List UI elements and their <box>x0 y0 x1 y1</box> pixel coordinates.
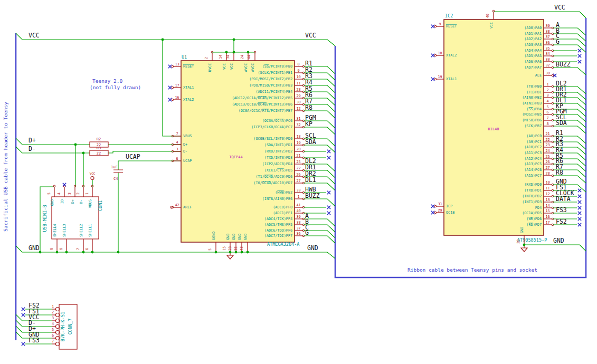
pin-number: 2 <box>76 193 80 195</box>
pin-number: 8 <box>546 122 548 126</box>
pin-name: (ADC7/TDI)PF7 <box>264 234 292 238</box>
pin-name: VBUS <box>183 134 192 138</box>
pin-number: 34 <box>545 52 549 56</box>
pin-name: (A13)PC5 <box>524 162 542 166</box>
pin-name: (OC0B/SCL/INT0)PD0 <box>253 137 292 141</box>
pin-number: 8 <box>297 62 299 66</box>
pin-number: 39 <box>296 215 300 219</box>
junction-dot <box>225 51 228 54</box>
pin-number: 7 <box>52 339 54 343</box>
junction-dot <box>233 51 235 54</box>
pin-number: 1 <box>52 304 54 309</box>
pin-number: 24 <box>545 149 549 153</box>
pin-number: 5 <box>208 248 212 251</box>
pin-name: (SCLK/PCINT1)PB1 <box>258 71 292 75</box>
left-note: Sacrificial USB cable from header to Tee… <box>3 102 8 232</box>
pin-number: 34 <box>226 55 230 59</box>
gnd-rail-wire <box>16 246 335 258</box>
pin-name: (ADC0)PF0 <box>273 205 292 209</box>
pin-number: 43 <box>240 246 244 251</box>
no-connect-x-icon <box>327 156 330 159</box>
pin-name: VCC <box>222 63 226 70</box>
pin-name: (AD4)PA4 <box>524 49 542 53</box>
junction-dot <box>117 251 120 254</box>
pin-end <box>552 74 554 76</box>
junction-dot <box>235 251 238 254</box>
junction-dot <box>241 251 243 254</box>
pin-name: (ADC13/OC1B/OC4B/PCINT13)PB6 <box>232 102 292 107</box>
pin-number: 33 <box>296 188 300 193</box>
no-connect-x-icon <box>578 189 581 192</box>
ribbon-note: Ribbon cable between Teensy pins and soc… <box>408 267 537 273</box>
pin-number: 6 <box>546 110 548 114</box>
pin-number: 4 <box>176 140 178 145</box>
pin-name: GND <box>243 234 248 240</box>
junction-dot <box>233 39 235 41</box>
pin-name: (ADC1)PF1 <box>273 211 292 215</box>
pin-number: 22 <box>296 166 300 170</box>
pin-name: XTAL1 <box>446 77 457 81</box>
pin-number: 7 <box>176 132 178 136</box>
pin-name: (INT0)PD2 <box>522 194 542 198</box>
pin-number: 3 <box>68 193 72 195</box>
capacitor-c4: 1uF C4 <box>111 165 123 181</box>
pin-number: 40 <box>296 209 300 213</box>
conn7-ref: CONN_7 <box>68 319 73 335</box>
vcc-circle-icon <box>91 177 94 180</box>
ucap-wire <box>118 161 181 252</box>
pin-number: 7 <box>546 116 548 120</box>
pin-number: 21 <box>545 132 549 136</box>
net-label-ic2-gnd: GND <box>553 237 564 244</box>
pin-number: 15 <box>222 246 226 251</box>
pin-number: 13 <box>545 198 549 202</box>
no-connect-x-icon <box>578 49 581 52</box>
pin-name: (ICP3/CLK0/OC4A)PC7 <box>251 125 292 129</box>
net-label: KP <box>305 120 312 128</box>
net-label: R8 <box>556 169 563 176</box>
pin-name: (TXD)PD1 <box>524 188 542 193</box>
pin-name: (SCK)PB7 <box>524 124 542 128</box>
con1-value: USB-MINI-B <box>42 205 48 232</box>
pin-name: (XCK1/CTS)PD5 <box>264 168 292 173</box>
pin-name: AVCC <box>244 63 248 72</box>
pin-name: AVCC <box>251 63 255 72</box>
pin-name: (OC0A/OC1C/RTS/PCINT7)PB7 <box>239 109 292 113</box>
pin-number: 29 <box>438 208 442 213</box>
r3-ref: R3 <box>97 146 101 150</box>
junction-dot <box>247 51 250 54</box>
pin-name: SHELL2 <box>79 224 83 237</box>
pin-number: 3 <box>52 316 54 320</box>
pin-name: UVCC <box>208 63 212 72</box>
r2-ref: R2 <box>97 137 101 141</box>
pin-name: GND <box>238 234 242 240</box>
no-connect-x-icon <box>578 195 581 198</box>
pin-number: 32 <box>296 123 300 127</box>
pin-number: 30 <box>296 100 300 104</box>
net-label: SDA <box>305 138 316 146</box>
pin-number: 7 <box>76 248 80 250</box>
no-connect-x-icon <box>22 308 25 311</box>
pin-name: (WR)PD6 <box>526 217 542 221</box>
schematic-canvas: R2 22 R3 22 1uF C4 VCC USB-MINI-B CON1 B… <box>0 0 597 364</box>
pin-number: 4 <box>546 99 548 103</box>
pin-name: SHELL1 <box>88 224 92 237</box>
pin-number: 17 <box>175 83 179 88</box>
pin-name: GND <box>232 234 236 240</box>
ic2-vcc-wire <box>494 12 586 18</box>
pin-name: (AD6)PA6 <box>524 60 542 64</box>
pin-name: (AD0)PA0 <box>524 26 542 30</box>
pin-number: 3 <box>546 93 548 98</box>
net-label-gnd-left: GND <box>29 244 40 252</box>
pin-number: 44 <box>247 55 251 59</box>
u1-value: ATMEGA32U4-A <box>267 242 299 247</box>
no-connect-x-icon <box>431 211 434 214</box>
pin-name: (PDO/MISO/PCINT3)PB3 <box>249 83 292 88</box>
junction-dot <box>229 251 232 254</box>
junction-dot <box>39 251 42 254</box>
pin-name: (ADC5/TMS)PF5 <box>264 223 292 227</box>
no-connect-x-icon <box>168 98 172 101</box>
pin-name: (T0/OC4D/ADC10)PD7 <box>253 181 292 185</box>
junction-dot <box>91 251 94 254</box>
pin-number: 15 <box>545 209 549 213</box>
resistor-r3: R3 22 <box>90 146 108 156</box>
